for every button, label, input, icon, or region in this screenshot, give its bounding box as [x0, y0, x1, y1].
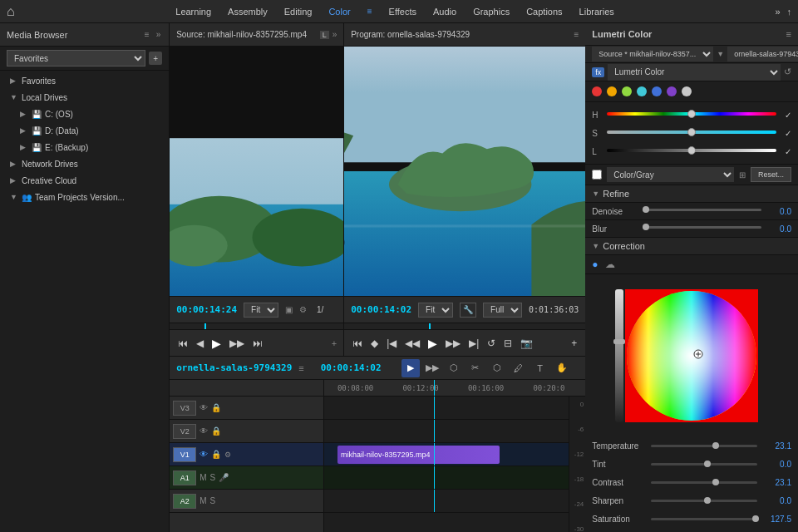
track-v1-lock-icon[interactable]: 🔒: [211, 450, 221, 459]
track-a2-label[interactable]: A2: [173, 494, 196, 509]
nav-captions[interactable]: Captions: [526, 7, 562, 17]
tree-local-drives[interactable]: ▼ Local Drives: [3, 89, 165, 106]
prog-go-start[interactable]: |◀: [385, 336, 398, 351]
color-dot-purple[interactable]: [667, 86, 677, 96]
track-v2-eye-icon[interactable]: 👁: [200, 426, 208, 436]
temperature-thumb[interactable]: [712, 442, 719, 449]
program-wrench-icon[interactable]: 🔧: [460, 303, 476, 318]
tool-razor[interactable]: ✂: [466, 359, 485, 377]
tool-track-select[interactable]: ▶▶: [423, 359, 441, 377]
hsl-s-thumb[interactable]: [687, 128, 696, 136]
prog-add-marker[interactable]: ◆: [369, 336, 380, 351]
nav-color-menu-icon[interactable]: ≡: [367, 7, 372, 17]
blur-thumb[interactable]: [643, 224, 649, 230]
media-panel-add-button[interactable]: +: [149, 52, 162, 65]
nav-assembly[interactable]: Assembly: [228, 7, 268, 17]
temperature-slider[interactable]: [651, 445, 757, 447]
prog-step-fwd[interactable]: ▶▶: [444, 336, 462, 351]
hsl-l-thumb[interactable]: [687, 146, 696, 155]
track-v1-settings-icon[interactable]: ⚙: [224, 451, 231, 459]
source-fit-select[interactable]: Fit: [244, 303, 278, 318]
source-add-mark[interactable]: +: [332, 338, 337, 348]
hsl-l-check[interactable]: ✓: [785, 147, 791, 156]
track-v2-lock-icon[interactable]: 🔒: [211, 426, 221, 436]
sharpen-slider[interactable]: [651, 500, 757, 502]
nav-audio[interactable]: Audio: [433, 7, 456, 17]
nav-effects[interactable]: Effects: [389, 7, 416, 17]
v1-clip[interactable]: mikhail-nilov-8357295.mp4: [337, 446, 500, 464]
tree-network-drives[interactable]: ▶ Network Drives: [3, 155, 165, 172]
color-dot-gray[interactable]: [682, 86, 692, 96]
program-menu-icon[interactable]: ≡: [574, 30, 579, 39]
saturation-slider[interactable]: [651, 518, 757, 520]
tint-slider[interactable]: [651, 463, 757, 466]
tint-thumb[interactable]: [704, 461, 711, 467]
color-dot-orange[interactable]: [607, 86, 617, 96]
source-play-back[interactable]: ◀: [195, 336, 205, 351]
denoise-thumb[interactable]: [643, 206, 649, 213]
track-a1-m-icon[interactable]: M: [200, 473, 206, 482]
color-dot-cyan[interactable]: [637, 86, 647, 96]
tree-creative-cloud[interactable]: ▶ Creative Cloud: [3, 172, 165, 189]
source-play-fwd[interactable]: ▶▶: [228, 336, 246, 351]
prog-export-frame[interactable]: 📷: [519, 336, 534, 351]
refine-section-header[interactable]: ▼ Refine: [585, 185, 798, 203]
color-dot-green[interactable]: [622, 86, 632, 96]
tree-drive-e[interactable]: ▶ 💾 E: (Backup): [3, 139, 165, 155]
media-panel-menu[interactable]: ≡: [143, 28, 151, 41]
correction-circle-icon[interactable]: ●: [592, 259, 598, 270]
tool-select[interactable]: ▶: [401, 359, 420, 377]
track-a2-s-icon[interactable]: S: [210, 496, 216, 505]
track-v3-lock-icon[interactable]: 🔒: [211, 403, 221, 412]
hsl-h-thumb[interactable]: [687, 110, 696, 118]
program-quality-select[interactable]: Full: [483, 303, 522, 318]
media-panel-overflow[interactable]: »: [155, 28, 163, 41]
prog-add-icon[interactable]: +: [569, 336, 579, 351]
hsl-s-slider[interactable]: [607, 131, 776, 135]
tree-favorites[interactable]: ▶ Favorites: [3, 72, 165, 89]
hsl-l-slider[interactable]: [607, 149, 776, 154]
color-dot-red[interactable]: [592, 86, 602, 96]
nav-editing[interactable]: Editing: [284, 7, 313, 17]
track-v1-eye-icon[interactable]: 👁: [200, 450, 208, 459]
correction-section-header[interactable]: ▼ Correction: [585, 238, 798, 255]
blur-slider[interactable]: [643, 226, 761, 231]
prog-mark-in[interactable]: ⏮: [351, 336, 364, 351]
tool-slip[interactable]: ⬡: [488, 359, 506, 377]
prog-go-end[interactable]: ▶|: [467, 336, 480, 351]
track-v1-label[interactable]: V1: [173, 447, 196, 462]
source-overflow-icon[interactable]: »: [332, 30, 337, 39]
colorgray-reset-button[interactable]: Reset...: [751, 167, 791, 182]
contrast-slider[interactable]: [651, 481, 757, 484]
saturation-thumb[interactable]: [613, 339, 625, 344]
colorgray-select[interactable]: Color/Gray: [607, 167, 734, 182]
timeline-menu-icon[interactable]: ≡: [298, 363, 303, 373]
home-icon[interactable]: ⌂: [7, 4, 15, 19]
tree-team-projects[interactable]: ▼ 👥 Team Projects Version...: [3, 189, 165, 205]
nav-graphics[interactable]: Graphics: [473, 7, 510, 17]
track-a1-label[interactable]: A1: [173, 470, 196, 485]
contrast-thumb[interactable]: [712, 479, 719, 485]
lumetri-menu-icon[interactable]: ≡: [786, 29, 791, 39]
source-settings-icon[interactable]: ⚙: [299, 305, 307, 314]
track-a1-mic-icon[interactable]: 🎤: [219, 473, 229, 482]
prog-step-back[interactable]: ◀◀: [403, 336, 421, 351]
lumetri-effect-select[interactable]: Lumetri Color: [608, 64, 781, 81]
prog-loop[interactable]: ↺: [485, 336, 497, 351]
nav-overflow-icon[interactable]: »: [775, 7, 780, 17]
track-v3-label[interactable]: V3: [173, 401, 196, 416]
hsl-h-slider[interactable]: [607, 112, 776, 117]
source-step-fwd[interactable]: ⏭: [251, 336, 264, 351]
track-a2-m-icon[interactable]: M: [200, 496, 206, 505]
nav-color[interactable]: Color: [328, 7, 350, 17]
colorgray-expand-icon[interactable]: ⊞: [739, 170, 746, 180]
tool-ripple[interactable]: ⬡: [445, 359, 463, 377]
tool-text[interactable]: T: [531, 359, 549, 377]
track-a1-s-icon[interactable]: S: [210, 473, 216, 482]
share-icon[interactable]: ↑: [787, 7, 792, 17]
hsl-h-check[interactable]: ✓: [785, 111, 791, 120]
nav-learning[interactable]: Learning: [175, 7, 211, 17]
correction-cloud-icon[interactable]: ☁: [605, 259, 615, 270]
track-v2-label[interactable]: V2: [173, 424, 196, 439]
colorgray-checkbox[interactable]: [592, 170, 602, 180]
